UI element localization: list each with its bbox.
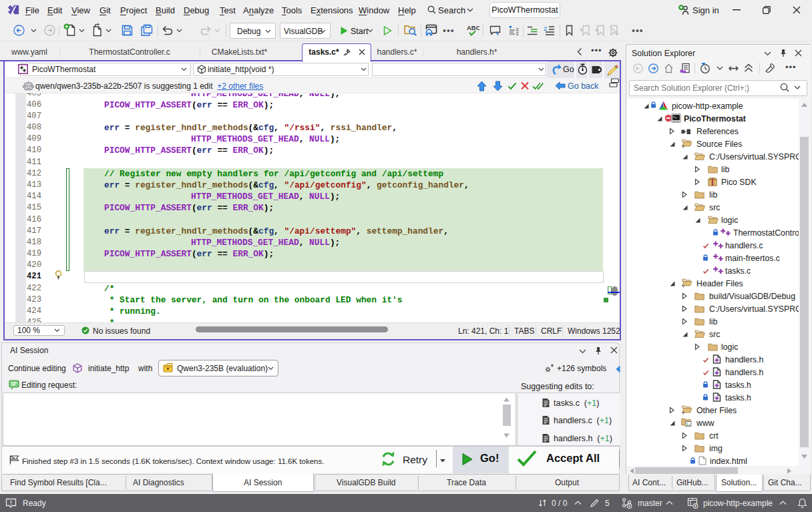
svg-text:ABC: ABC [467,24,479,31]
